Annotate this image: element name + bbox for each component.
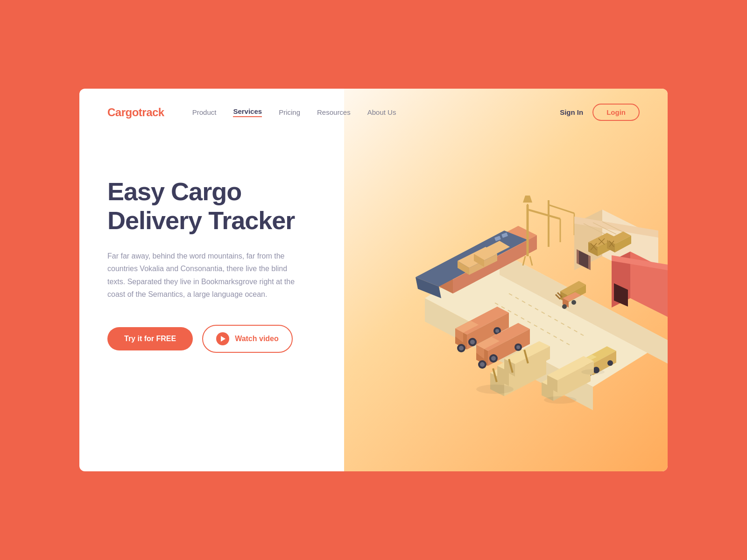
nav-product[interactable]: Product (192, 108, 217, 116)
svg-point-77 (480, 362, 485, 367)
hero-description: Far far away, behind the word mountains,… (107, 250, 303, 301)
svg-point-81 (516, 345, 520, 349)
svg-point-66 (459, 346, 464, 350)
watch-video-button[interactable]: Watch video (202, 325, 293, 353)
nav-links: Product Services Pricing Resources About… (192, 107, 541, 117)
try-free-button[interactable]: Try it for FREE (107, 327, 193, 350)
svg-point-88 (607, 360, 613, 366)
play-icon (216, 332, 229, 345)
watch-video-label: Watch video (235, 335, 279, 343)
svg-point-58 (562, 304, 567, 309)
svg-line-23 (530, 256, 532, 266)
svg-point-109 (581, 369, 605, 375)
hero-buttons: Try it for FREE Watch video (107, 325, 303, 353)
svg-line-25 (549, 205, 574, 213)
hero-title: Easy CargoDelivery Tracker (107, 177, 303, 235)
svg-point-107 (476, 385, 514, 394)
svg-point-79 (491, 356, 496, 361)
hero-illustration (331, 158, 668, 471)
signin-button[interactable]: Sign In (560, 108, 583, 116)
nav-actions: Sign In Login (560, 104, 640, 121)
svg-marker-21 (523, 196, 532, 203)
svg-point-108 (544, 396, 577, 404)
svg-point-68 (470, 340, 475, 344)
hero-text: Easy CargoDelivery Tracker Far far away,… (107, 158, 303, 353)
svg-line-18 (528, 210, 560, 219)
login-button[interactable]: Login (592, 104, 640, 121)
svg-point-59 (571, 300, 576, 305)
navbar: Cargotrack Product Services Pricing Reso… (79, 89, 668, 121)
hero-section: Easy CargoDelivery Tracker Far far away,… (79, 121, 668, 457)
nav-about[interactable]: About Us (367, 108, 396, 116)
logo[interactable]: Cargotrack (107, 106, 164, 119)
nav-pricing[interactable]: Pricing (279, 108, 300, 116)
nav-services[interactable]: Services (233, 107, 262, 117)
main-card: Cargotrack Product Services Pricing Reso… (79, 89, 668, 471)
svg-line-22 (523, 256, 525, 266)
nav-resources[interactable]: Resources (317, 108, 351, 116)
svg-point-70 (495, 329, 499, 333)
